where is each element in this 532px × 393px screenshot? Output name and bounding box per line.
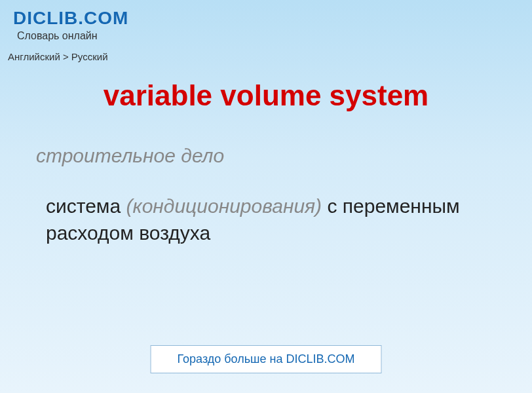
definition-note: (кондиционирования) xyxy=(126,195,322,217)
entry-term: variable volume system xyxy=(0,79,532,112)
more-link-button[interactable]: Гораздо больше на DICLIB.COM xyxy=(151,345,382,373)
site-subtitle: Словарь онлайн xyxy=(17,30,519,42)
definition-prefix: система xyxy=(46,195,126,217)
site-title[interactable]: DICLIB.COM xyxy=(13,8,519,29)
header: DICLIB.COM Словарь онлайн xyxy=(0,0,532,47)
entry-category: строительное дело xyxy=(0,145,532,167)
breadcrumb[interactable]: Английский > Русский xyxy=(0,47,532,66)
entry-definition: система (кондиционирования) с переменным… xyxy=(0,193,532,246)
